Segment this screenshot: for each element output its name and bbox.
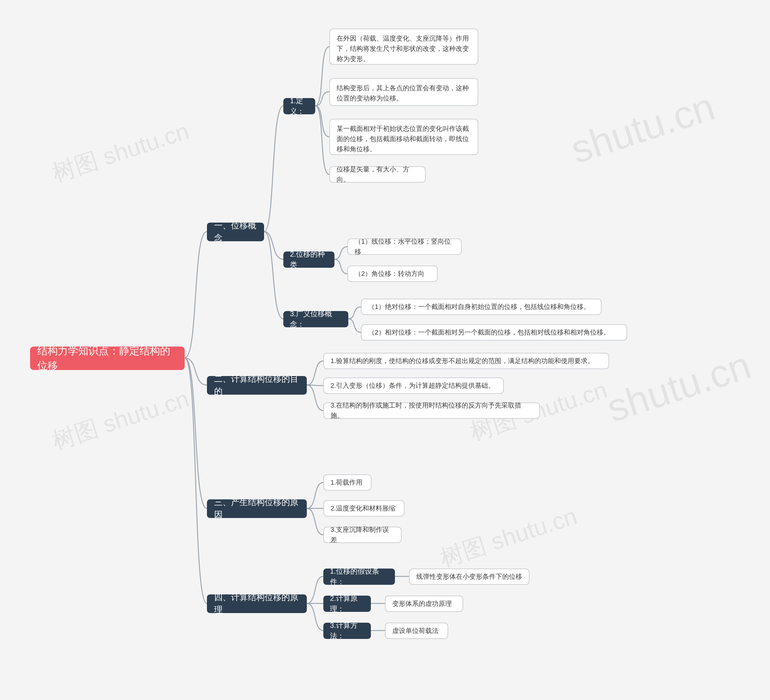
branch-4-sub-2[interactable]: 2.计算原理： xyxy=(324,596,371,612)
branch-1-sub-3[interactable]: 3.广义位移概念： xyxy=(283,311,348,327)
leaf: 线弹性变形体在小变形条件下的位移 xyxy=(409,569,529,585)
watermark: 树图 shutu.cn xyxy=(48,383,193,457)
leaf: 2.温度变化和材料胀缩 xyxy=(324,500,404,516)
leaf: 1.荷载作用 xyxy=(324,474,372,491)
leaf: 3.支座沉降和制作误差 xyxy=(324,527,401,543)
branch-1-sub-2[interactable]: 2.位移的种类 xyxy=(283,252,335,268)
mindmap-canvas: shutu.cn 树图 shutu.cn shutu.cn 树图 shutu.c… xyxy=(0,0,770,700)
leaf: 2.引入变形（位移）条件，为计算超静定结构提供基础。 xyxy=(324,378,504,394)
leaf: 在外因（荷载、温度变化、支座沉降等）作用下，结构将发生尺寸和形状的改变，这种改变… xyxy=(329,29,478,65)
branch-2[interactable]: 二、计算结构位移的目的 xyxy=(207,376,307,394)
root-node[interactable]: 结构力学知识点：静定结构的位移 xyxy=(30,346,185,370)
leaf: 位移是矢量，有大小、方向。 xyxy=(329,167,425,183)
leaf: 3.在结构的制作或施工时，按使用时结构位移的反方向予先采取措施。 xyxy=(324,403,540,419)
leaf: （1）绝对位移：一个截面相对自身初始位置的位移，包括线位移和角位移。 xyxy=(361,299,602,315)
watermark: shutu.cn xyxy=(602,342,756,431)
branch-1[interactable]: 一、位移概念 xyxy=(207,223,264,241)
branch-1-sub-1[interactable]: 1.定义： xyxy=(283,98,315,114)
branch-4[interactable]: 四、计算结构位移的原理 xyxy=(207,595,307,613)
watermark: 树图 shutu.cn xyxy=(48,115,193,189)
leaf: （1）线位移：水平位移；竖向位移 xyxy=(348,239,462,255)
watermark: shutu.cn xyxy=(565,84,720,172)
leaf: 1.验算结构的刚度，使结构的位移或变形不超出规定的范围，满足结构的功能和使用要求… xyxy=(324,353,609,369)
branch-3[interactable]: 三、产生结构位移的原因 xyxy=(207,500,307,518)
leaf: 某一截面相对于初始状态位置的变化叫作该截面的位移，包括截面移动和截面转动，即线位… xyxy=(329,119,478,155)
leaf: （2）角位移：转动方向 xyxy=(348,266,438,282)
branch-4-sub-3[interactable]: 3.计算方法： xyxy=(324,623,371,639)
leaf: （2）相对位移：一个截面相对另一个截面的位移，包括相对线位移和相对角位移。 xyxy=(361,324,627,341)
branch-4-sub-1[interactable]: 1.位移的假设条件： xyxy=(324,569,395,585)
watermark: 树图 shutu.cn xyxy=(436,501,581,575)
leaf: 虚设单位荷载法 xyxy=(385,623,448,639)
leaf: 结构变形后，其上各点的位置会有变动，这种位置的变动称为位移。 xyxy=(329,78,478,106)
leaf: 变形体系的虚功原理 xyxy=(385,596,463,612)
